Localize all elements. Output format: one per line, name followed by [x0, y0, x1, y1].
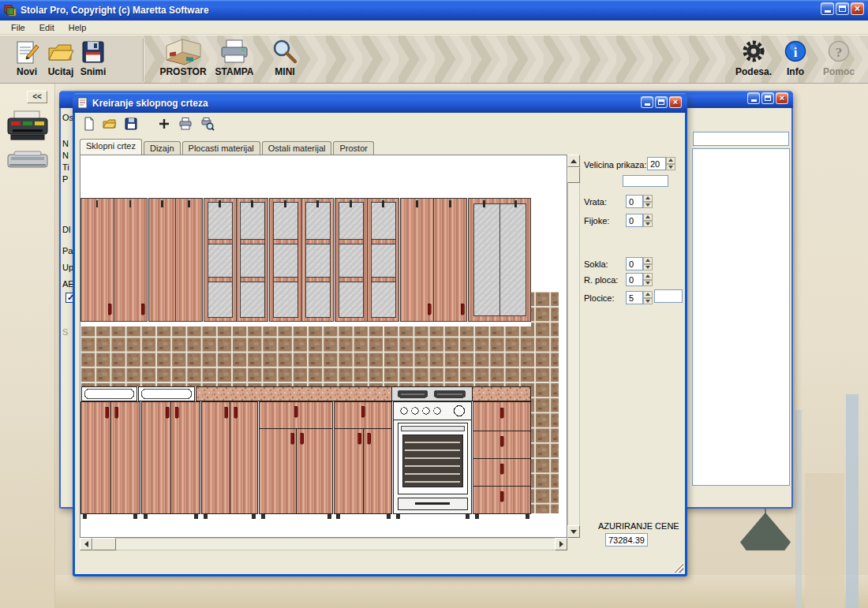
tab-ostali-materijal[interactable]: Ostali materijal — [262, 141, 332, 155]
vrata-spinner[interactable] — [643, 195, 653, 208]
svg-text:i: i — [794, 45, 798, 60]
plocice-spin-up-button[interactable] — [643, 291, 653, 298]
hscroll-right-button[interactable] — [555, 538, 567, 550]
dialog-icon — [77, 97, 89, 109]
sokla-input[interactable] — [626, 257, 643, 270]
stampa-button[interactable]: STAMPA — [210, 39, 259, 77]
velicina-input[interactable] — [647, 157, 666, 170]
vscroll-thumb[interactable] — [567, 167, 580, 183]
tab-prostor[interactable]: Prostor — [333, 141, 373, 155]
color-printer-icon[interactable] — [6, 109, 49, 142]
canvas-vscrollbar[interactable] — [567, 155, 580, 538]
magnifier-icon — [271, 39, 299, 65]
velicina-spin-down-button[interactable] — [666, 164, 675, 171]
tab-sklopni-crtez[interactable]: Sklopni crtez — [80, 139, 142, 155]
mini-button[interactable]: MINI — [264, 39, 306, 77]
novi-label: Novi — [17, 66, 37, 77]
stove — [394, 402, 472, 514]
hscroll-left-button[interactable] — [80, 538, 92, 550]
dialog-window[interactable]: Kreiranje sklopnog crteza × — [73, 93, 687, 576]
rploca-spin-down-button[interactable] — [643, 280, 653, 287]
price-label: AZURIRANJE CENE — [598, 521, 679, 531]
bgwin-list-panel[interactable] — [692, 148, 790, 486]
menu-file[interactable]: File — [4, 21, 32, 34]
sokla-spin-down-button[interactable] — [643, 264, 653, 271]
novi-button[interactable]: Novi — [9, 39, 44, 77]
gear-icon — [739, 39, 768, 65]
plocice-aux-input[interactable] — [654, 289, 683, 303]
close-icon: × — [780, 94, 784, 103]
main-close-button[interactable]: × — [851, 2, 864, 15]
fijoke-spin-up-button[interactable] — [643, 214, 653, 221]
main-minimize-button[interactable] — [821, 2, 834, 15]
photo-door-frame — [846, 394, 859, 608]
info-icon: i — [782, 39, 809, 65]
tab-dizajn[interactable]: Dizajn — [144, 141, 181, 155]
menu-help[interactable]: Help — [62, 21, 94, 34]
room-plan-icon — [163, 39, 204, 65]
app-icon — [4, 4, 17, 17]
dialog-save-icon[interactable] — [124, 117, 138, 131]
dialog-maximize-button[interactable] — [655, 96, 668, 108]
printer-icon — [217, 39, 252, 65]
stampa-label: STAMPA — [215, 66, 254, 77]
menu-edit[interactable]: Edit — [32, 21, 62, 34]
scanner-icon[interactable] — [6, 148, 49, 172]
dialog-tabstrip: Sklopni crtez Dizajn Plocasti materijal … — [80, 137, 376, 155]
fijoke-input[interactable] — [626, 214, 643, 227]
vscroll-down-button[interactable] — [567, 525, 580, 538]
sokla-spinner[interactable] — [643, 257, 653, 270]
dialog-add-icon[interactable] — [157, 117, 171, 131]
maximize-icon — [658, 99, 664, 105]
pomoc-label: Pomoc — [823, 66, 855, 77]
minimize-icon — [645, 103, 650, 106]
main-window-title: Stolar Pro, Copyright (c) Maretta Softwa… — [21, 5, 209, 16]
pomoc-button[interactable]: ? Pomoc — [817, 39, 860, 77]
plocice-spin-down-button[interactable] — [643, 298, 653, 305]
main-titlebar[interactable]: Stolar Pro, Copyright (c) Maretta Softwa… — [0, 0, 868, 21]
svg-text:?: ? — [836, 45, 843, 60]
bgwin-close-button[interactable]: × — [776, 92, 788, 104]
bgwin-minimize-button[interactable] — [747, 92, 760, 104]
hscroll-thumb[interactable] — [92, 538, 116, 550]
minimize-icon — [825, 10, 831, 13]
rploca-input[interactable] — [626, 273, 643, 286]
main-maximize-button[interactable] — [836, 2, 849, 15]
vrata-spin-up-button[interactable] — [643, 195, 653, 202]
velicina-label: Velicina prikaza: — [584, 160, 647, 170]
aux-input[interactable] — [623, 175, 668, 187]
velicina-spin-up-button[interactable] — [666, 157, 675, 164]
panel-collapse-button[interactable]: << — [27, 91, 47, 103]
ucitaj-button[interactable]: Ucitaj — [43, 39, 78, 77]
rploca-spinner[interactable] — [643, 273, 653, 286]
info-button[interactable]: i Info — [776, 39, 815, 77]
dialog-print-icon[interactable] — [178, 117, 193, 131]
dialog-close-button[interactable]: × — [669, 96, 682, 108]
dialog-open-icon[interactable] — [103, 117, 117, 131]
prostor-button[interactable]: PROSTOR — [157, 39, 209, 77]
fijoke-spinner[interactable] — [643, 214, 653, 227]
plocice-input[interactable] — [626, 291, 643, 304]
plocice-spinner[interactable] — [643, 291, 653, 304]
open-folder-icon — [47, 39, 75, 65]
tab-plocasti-materijal[interactable]: Plocasti materijal — [182, 141, 260, 155]
snimi-button[interactable]: Snimi — [76, 39, 110, 77]
podesa-button[interactable]: Podesa. — [729, 39, 778, 77]
bgwin-maximize-button[interactable] — [761, 92, 774, 104]
velicina-spinner[interactable] — [666, 157, 675, 170]
dialog-new-icon[interactable] — [82, 117, 96, 131]
canvas-hscrollbar[interactable] — [80, 538, 567, 550]
vrata-input[interactable] — [626, 195, 643, 208]
rploca-spin-up-button[interactable] — [643, 273, 653, 280]
bgwin-text-field[interactable] — [693, 132, 789, 146]
dialog-minimize-button[interactable] — [641, 96, 653, 108]
sokla-spin-up-button[interactable] — [643, 257, 653, 264]
vrata-spin-down-button[interactable] — [643, 202, 653, 209]
fijoke-spin-down-button[interactable] — [643, 221, 653, 228]
vscroll-up-button[interactable] — [567, 155, 580, 167]
drawing-canvas[interactable] — [80, 155, 567, 538]
photo-floor — [0, 575, 868, 608]
dialog-resize-grip[interactable] — [673, 562, 683, 573]
price-input[interactable] — [605, 533, 648, 546]
dialog-print-preview-icon[interactable] — [200, 117, 215, 131]
